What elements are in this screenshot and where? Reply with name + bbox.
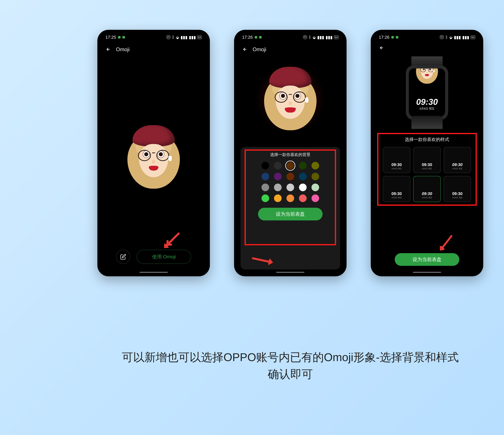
wifi-icon: ⬙	[313, 35, 316, 40]
wifi-icon: ⬙	[449, 35, 452, 40]
color-swatch[interactable]	[274, 162, 282, 169]
color-swatch[interactable]	[274, 183, 282, 191]
set-watchface-button[interactable]: 设为当前表盘	[395, 253, 459, 266]
app-icon	[259, 36, 261, 38]
signal-icon: ▮▮▮	[462, 35, 469, 40]
color-swatch[interactable]	[311, 194, 319, 202]
color-swatch[interactable]	[261, 162, 269, 169]
style-option[interactable]: 09:303月6日 周五	[413, 147, 441, 173]
watch-date: 3月6日 周五	[419, 107, 435, 111]
color-swatch[interactable]	[261, 194, 269, 202]
color-swatch[interactable]	[299, 183, 307, 191]
edit-button[interactable]	[116, 250, 130, 264]
color-swatch[interactable]	[299, 173, 307, 180]
signal-icon: ▮▮▮	[326, 35, 333, 40]
battery-icon: 64	[197, 35, 202, 39]
use-omoji-button[interactable]: 使用 Omoji	[137, 250, 191, 264]
signal-icon: ▮▮▮	[454, 35, 461, 40]
bluetooth-icon: ᛒ	[445, 35, 448, 40]
status-time: 17:26	[242, 35, 253, 40]
signal-icon: ▮▮▮	[189, 35, 196, 40]
status-time: 17:25	[105, 35, 116, 40]
color-swatch[interactable]	[261, 183, 269, 191]
style-option[interactable]: 09:303月6日 周五	[383, 147, 410, 173]
color-swatch[interactable]	[287, 162, 294, 169]
color-swatch[interactable]	[274, 173, 282, 180]
home-indicator[interactable]	[276, 272, 304, 273]
watch-time: 09:30	[416, 97, 438, 107]
header: Omoji	[236, 42, 344, 56]
status-time: 17:26	[379, 35, 389, 40]
color-swatch[interactable]	[311, 173, 319, 180]
color-swatch[interactable]	[311, 183, 319, 191]
battery-icon: 64	[334, 35, 339, 39]
bluetooth-icon: ᛒ	[309, 35, 311, 40]
color-swatch[interactable]	[287, 173, 294, 180]
header	[373, 42, 481, 53]
nfc-icon: ⓝ	[440, 35, 444, 40]
home-indicator[interactable]	[140, 272, 168, 273]
style-option[interactable]: 09:303月6日 周五	[413, 176, 441, 202]
status-bar: 17:26 ⓝᛒ⬙▮▮▮▮▮▮64	[236, 32, 344, 42]
color-swatch[interactable]	[311, 162, 319, 169]
app-icon	[122, 36, 125, 38]
caption-text: 可以新增也可以选择OPPO账号内已有的Omoji形象-选择背景和样式 确认即可	[0, 349, 504, 383]
style-panel: 选择一款你喜欢的样式 09:303月6日 周五09:303月6日 周五09:30…	[377, 133, 477, 206]
nfc-icon: ⓝ	[303, 35, 307, 40]
home-indicator[interactable]	[413, 272, 441, 273]
color-swatch[interactable]	[274, 194, 282, 202]
phone-screenshot-2: 17:26 ⓝᛒ⬙▮▮▮▮▮▮64 Omoji 选择一款你喜欢的背景 设为当前表…	[234, 30, 347, 276]
panel-title: 选择一款你喜欢的样式	[377, 137, 477, 142]
background-color-panel: 选择一款你喜欢的背景 设为当前表盘	[241, 147, 340, 270]
back-arrow-icon[interactable]	[242, 46, 248, 52]
back-arrow-icon[interactable]	[105, 46, 111, 52]
watch-preview: 09:30 3月6日 周五	[373, 53, 481, 133]
phone-screenshot-1: 17:25 ⓝ ᛒ ⬙ ▮▮▮ ▮▮▮ 64 Omoji 使用 Omoji	[97, 30, 210, 276]
set-watchface-button[interactable]: 设为当前表盘	[258, 208, 323, 220]
color-swatch[interactable]	[261, 173, 269, 180]
panel-title: 选择一款你喜欢的背景	[241, 152, 340, 157]
header: Omoji	[100, 42, 207, 56]
bluetooth-icon: ᛒ	[172, 35, 174, 40]
wifi-icon: ⬙	[176, 35, 179, 40]
status-bar: 17:26 ⓝᛒ⬙▮▮▮▮▮▮64	[373, 32, 481, 42]
signal-icon: ▮▮▮	[317, 35, 324, 40]
page-title: Omoji	[252, 46, 266, 52]
style-option[interactable]: 09:303月6日 周五	[444, 147, 471, 173]
nfc-icon: ⓝ	[166, 35, 171, 40]
page-title: Omoji	[116, 46, 130, 52]
signal-icon: ▮▮▮	[180, 35, 188, 40]
color-swatch[interactable]	[287, 183, 294, 191]
color-swatch[interactable]	[299, 194, 307, 202]
app-icon	[255, 36, 257, 38]
status-bar: 17:25 ⓝ ᛒ ⬙ ▮▮▮ ▮▮▮ 64	[100, 32, 207, 42]
back-arrow-icon[interactable]	[379, 45, 385, 51]
phone-screenshot-3: 17:26 ⓝᛒ⬙▮▮▮▮▮▮64 09:30 3月6日 周五 选择一款你喜欢的…	[371, 30, 483, 276]
app-icon	[118, 36, 120, 38]
avatar-preview	[236, 56, 344, 147]
style-option[interactable]: 09:303月6日 周五	[444, 176, 471, 202]
color-swatch[interactable]	[287, 194, 294, 202]
avatar-preview	[100, 56, 207, 274]
battery-icon: 64	[471, 35, 475, 39]
color-swatch[interactable]	[299, 162, 307, 169]
app-icon	[391, 36, 394, 38]
app-icon	[396, 36, 398, 38]
style-option[interactable]: 09:303月6日 周五	[383, 176, 410, 202]
